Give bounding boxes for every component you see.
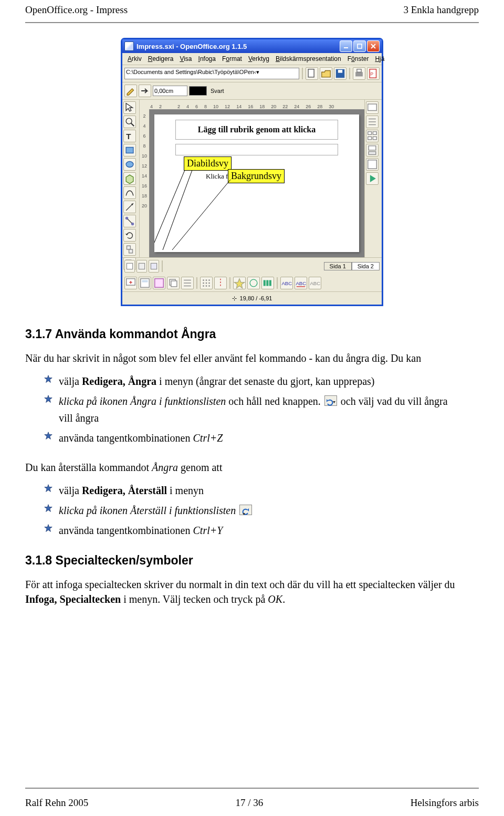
menu-format[interactable]: Format	[220, 55, 244, 63]
left-toolbar: T	[122, 100, 140, 257]
svg-line-28	[172, 180, 230, 250]
para-317-mid: Du kan återställa kommandot Ångra genom …	[25, 460, 479, 475]
menubar: Arkiv Redigera Visa Infoga Format Verkty…	[122, 53, 382, 65]
svg-rect-48	[142, 280, 148, 283]
svg-rect-36	[373, 137, 376, 140]
tb-arrow-icon[interactable]	[139, 85, 151, 97]
menu-redigera[interactable]: Redigera	[146, 55, 176, 63]
bt-animation-icon[interactable]	[261, 277, 274, 289]
view-handout-icon[interactable]	[366, 158, 379, 171]
para-317-intro: När du har skrivit in något som blev fel…	[25, 351, 479, 365]
svg-point-63	[208, 285, 210, 287]
view-normal-icon[interactable]	[366, 101, 379, 114]
list-item: använda tangentkombinationen Ctrl+Y	[44, 523, 479, 538]
svg-rect-23	[129, 249, 133, 253]
close-button[interactable]	[367, 40, 380, 52]
menu-visa[interactable]: Visa	[177, 55, 194, 63]
svg-point-61	[203, 285, 204, 287]
bt-snapline-icon[interactable]	[214, 277, 227, 289]
bt-abc-2-icon[interactable]: ABC	[295, 277, 307, 289]
status-bar: ⊹ 19,80 / -6,91	[122, 291, 382, 305]
tb-new-icon[interactable]	[306, 67, 318, 80]
bottom-toolbar: Sida 1 Sida 2 ABC ABC ABC	[122, 257, 382, 291]
bt-dup-icon[interactable]	[167, 277, 180, 289]
view-play-icon[interactable]	[366, 172, 379, 185]
tool-curve-icon[interactable]	[123, 186, 136, 199]
tool-3d-icon[interactable]	[123, 172, 136, 185]
toolbar-file: C:\Documents and Settings\Rubic\Työpöytä…	[122, 65, 382, 82]
svg-rect-8	[357, 69, 361, 72]
view-notes-icon[interactable]	[366, 144, 379, 156]
menu-fonster[interactable]: Fönster	[345, 55, 371, 63]
svg-rect-4	[308, 69, 314, 77]
svg-rect-29	[368, 104, 377, 110]
tb-export-icon[interactable]: P	[367, 67, 380, 80]
tool-rotate-icon[interactable]	[123, 229, 136, 242]
star-icon	[44, 484, 52, 493]
header-rule	[25, 22, 479, 23]
menu-arkiv[interactable]: Arkiv	[125, 55, 144, 63]
vtab-1-icon[interactable]	[124, 260, 135, 273]
menu-presentation[interactable]: Bildskärmspresentation	[274, 55, 343, 63]
tb-edit-icon[interactable]	[124, 85, 137, 97]
slide-canvas[interactable]: Lägg till rubrik genom att klicka Klicka…	[154, 114, 359, 252]
view-slides-icon[interactable]	[366, 130, 379, 142]
bt-design-icon[interactable]	[153, 277, 165, 289]
svg-point-57	[208, 279, 210, 281]
tool-rect-icon[interactable]	[123, 144, 136, 156]
list-item: välja Redigera, Ångra i menyn (ångrar de…	[44, 374, 479, 389]
tb-open-icon[interactable]	[320, 67, 332, 80]
ruler-vertical: 246 81012 141618 20	[140, 109, 150, 257]
list-item: klicka på ikonen Ångra i funktionslisten…	[44, 394, 479, 425]
canvas-area: 42 246 81012 141618 202224 262830 246 81…	[140, 100, 364, 257]
menu-verktyg[interactable]: Verktyg	[246, 55, 271, 63]
svg-marker-77	[333, 401, 335, 403]
slide-tab-2[interactable]: Sida 2	[352, 262, 380, 270]
vtab-3-icon[interactable]	[149, 260, 159, 273]
svg-point-55	[203, 279, 204, 281]
minimize-button[interactable]	[340, 40, 352, 52]
doc-header-right: 3 Enkla handgrepp	[403, 4, 479, 16]
list-item: klicka på ikonen Återställ i funktionsli…	[44, 503, 479, 518]
menu-hjalp[interactable]: Hjä	[373, 55, 386, 63]
bt-interaction-icon[interactable]	[247, 277, 260, 289]
tool-line-icon[interactable]	[123, 201, 136, 213]
bt-layout-icon[interactable]	[139, 277, 151, 289]
slide-tab-1[interactable]: Sida 1	[324, 262, 352, 270]
svg-marker-40	[370, 175, 376, 182]
tb-save-icon[interactable]	[334, 67, 346, 80]
menu-infoga[interactable]: Infoga	[196, 55, 218, 63]
tb-print-icon[interactable]	[353, 67, 365, 80]
bt-expand-icon[interactable]	[181, 277, 194, 289]
bt-effects-icon[interactable]	[233, 277, 246, 289]
svg-text:T: T	[126, 132, 131, 141]
tool-align-icon[interactable]	[123, 243, 136, 256]
tool-zoom-icon[interactable]	[123, 116, 136, 128]
maximize-button[interactable]	[353, 40, 366, 52]
bt-abc-3-icon[interactable]: ABC	[309, 277, 321, 289]
tool-connect-icon[interactable]	[123, 215, 136, 227]
svg-marker-79	[45, 485, 52, 492]
bt-abc-1-icon[interactable]: ABC	[280, 277, 293, 289]
svg-rect-34	[373, 132, 376, 135]
stroke-width-input[interactable]: 0,00cm	[153, 86, 187, 96]
tool-select-icon[interactable]	[123, 101, 136, 114]
svg-rect-43	[151, 263, 156, 269]
svg-rect-35	[368, 137, 372, 140]
color-swatch-black[interactable]	[189, 86, 207, 96]
title-placeholder[interactable]: Lägg till rubrik genom att klicka	[175, 120, 338, 140]
view-outline-icon[interactable]	[366, 116, 379, 128]
bt-insert-slide-icon[interactable]	[124, 277, 137, 289]
svg-marker-78	[45, 432, 52, 440]
svg-rect-14	[126, 148, 133, 153]
path-box[interactable]: C:\Documents and Settings\Rubic\Työpöytä…	[124, 68, 299, 79]
vtab-2-icon[interactable]	[136, 260, 147, 273]
tool-text-icon[interactable]: T	[123, 130, 136, 142]
svg-point-15	[126, 162, 133, 168]
ruler-horizontal: 42 246 81012 141618 202224 262830	[140, 100, 364, 110]
bt-grid-icon[interactable]	[200, 277, 213, 289]
tool-ellipse-icon[interactable]	[123, 158, 136, 171]
svg-point-62	[206, 285, 207, 287]
svg-text:ABC: ABC	[296, 280, 306, 286]
window-title: Impress.sxi - OpenOffice.org 1.1.5	[136, 43, 247, 50]
